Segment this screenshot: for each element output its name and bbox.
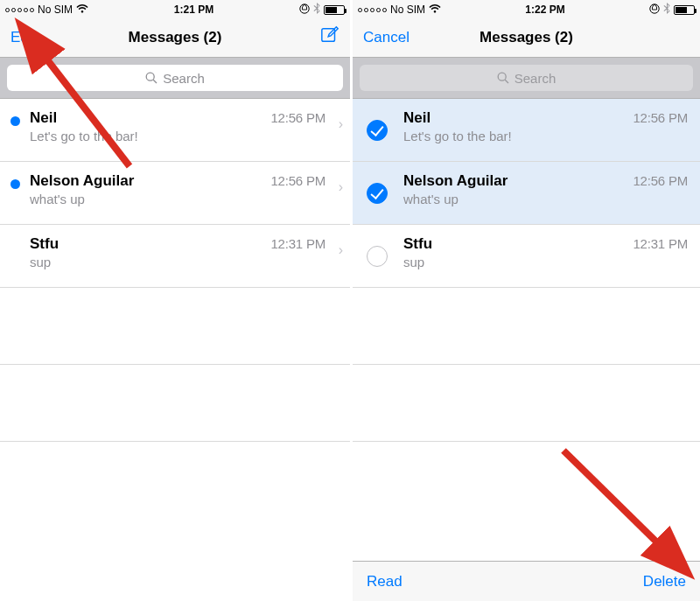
rotation-lock-icon	[649, 3, 660, 17]
status-right	[649, 3, 695, 17]
chevron-right-icon: ›	[339, 242, 343, 258]
read-button[interactable]: Read	[367, 573, 402, 591]
nav-bar: Cancel Messages (2)	[353, 17, 700, 58]
svg-line-3	[153, 80, 157, 83]
carrier-label: No SIM	[390, 3, 425, 16]
row-timestamp: 12:56 PM	[633, 110, 688, 125]
signal-dots-icon	[358, 8, 387, 12]
svg-point-6	[498, 73, 506, 80]
wifi-icon	[76, 3, 88, 16]
conversation-row[interactable]: Neil 12:56 PM Let's go to the bar!	[353, 99, 700, 162]
empty-row	[0, 365, 350, 442]
chevron-right-icon: ›	[339, 116, 343, 132]
row-timestamp: 12:56 PM	[270, 173, 326, 188]
edit-button[interactable]: Edit	[10, 29, 72, 46]
page-title: Messages (2)	[72, 29, 278, 46]
row-timestamp: 12:31 PM	[633, 236, 688, 251]
message-preview: sup	[30, 255, 340, 269]
search-bar-container: Search	[353, 58, 700, 99]
svg-point-2	[146, 73, 154, 80]
status-bar: No SIM 1:22 PM	[353, 0, 700, 17]
message-preview: Let's go to the bar!	[30, 129, 340, 143]
select-checkbox[interactable]	[367, 246, 388, 267]
carrier-label: No SIM	[38, 3, 73, 16]
rotation-lock-icon	[299, 3, 310, 17]
chevron-right-icon: ›	[339, 179, 343, 195]
contact-name: Neil	[30, 109, 57, 127]
bluetooth-icon	[663, 3, 670, 17]
empty-row	[353, 288, 700, 365]
search-input[interactable]: Search	[360, 65, 693, 91]
status-right	[299, 3, 345, 17]
phone-left-normal-mode: No SIM 1:21 PM Edit Messages (2) Search	[0, 0, 350, 601]
svg-point-5	[650, 3, 659, 12]
contact-name: Nelson Aguilar	[403, 172, 508, 190]
phone-right-edit-mode: No SIM 1:22 PM Cancel Messages (2) Searc…	[350, 0, 700, 601]
row-timestamp: 12:56 PM	[270, 110, 326, 125]
conversation-row[interactable]: Stfu 12:31 PM sup ›	[0, 225, 350, 288]
compose-icon	[320, 25, 340, 45]
battery-icon	[324, 5, 345, 15]
compose-button[interactable]	[278, 25, 340, 49]
conversation-row[interactable]: Nelson Aguilar 12:56 PM what's up	[353, 162, 700, 225]
wifi-icon	[429, 3, 441, 16]
page-title: Messages (2)	[424, 29, 628, 46]
svg-line-8	[564, 451, 665, 550]
conversation-row[interactable]: Nelson Aguilar 12:56 PM what's up ›	[0, 162, 350, 225]
conversation-list: Neil 12:56 PM Let's go to the bar! Nelso…	[353, 99, 700, 442]
nav-bar: Edit Messages (2)	[0, 17, 350, 58]
contact-name: Nelson Aguilar	[30, 172, 134, 190]
clock-label: 1:21 PM	[174, 3, 214, 16]
search-icon	[497, 72, 509, 84]
unread-dot-icon	[10, 179, 20, 189]
contact-name: Neil	[403, 109, 430, 127]
conversation-row[interactable]: Stfu 12:31 PM sup	[353, 225, 700, 288]
message-preview: Let's go to the bar!	[403, 129, 690, 143]
select-checkbox[interactable]	[367, 120, 388, 141]
message-preview: sup	[403, 255, 690, 269]
contact-name: Stfu	[403, 235, 432, 253]
search-input[interactable]: Search	[7, 65, 343, 91]
status-left: No SIM	[358, 3, 441, 16]
empty-row	[353, 365, 700, 442]
search-placeholder: Search	[514, 71, 556, 86]
search-bar-container: Search	[0, 58, 350, 99]
empty-row	[0, 288, 350, 365]
select-checkbox[interactable]	[367, 183, 388, 204]
signal-dots-icon	[5, 8, 34, 12]
unread-dot-icon	[10, 116, 20, 126]
row-timestamp: 12:56 PM	[633, 173, 688, 188]
row-timestamp: 12:31 PM	[270, 236, 326, 251]
clock-label: 1:22 PM	[525, 3, 564, 16]
conversation-row[interactable]: Neil 12:56 PM Let's go to the bar! ›	[0, 99, 350, 162]
annotation-arrow-delete	[553, 440, 684, 566]
status-bar: No SIM 1:21 PM	[0, 0, 350, 17]
message-preview: what's up	[403, 192, 690, 206]
cancel-button[interactable]: Cancel	[363, 29, 424, 46]
message-preview: what's up	[30, 192, 340, 206]
bluetooth-icon	[313, 3, 320, 17]
svg-line-7	[505, 80, 508, 83]
svg-point-0	[300, 3, 309, 12]
search-icon	[145, 72, 158, 84]
conversation-list: Neil 12:56 PM Let's go to the bar! › Nel…	[0, 99, 350, 442]
contact-name: Stfu	[30, 235, 59, 253]
bottom-toolbar: Read Delete	[353, 561, 700, 601]
search-placeholder: Search	[163, 71, 205, 86]
battery-icon	[674, 5, 695, 15]
status-left: No SIM	[5, 3, 88, 16]
delete-button[interactable]: Delete	[643, 573, 686, 591]
